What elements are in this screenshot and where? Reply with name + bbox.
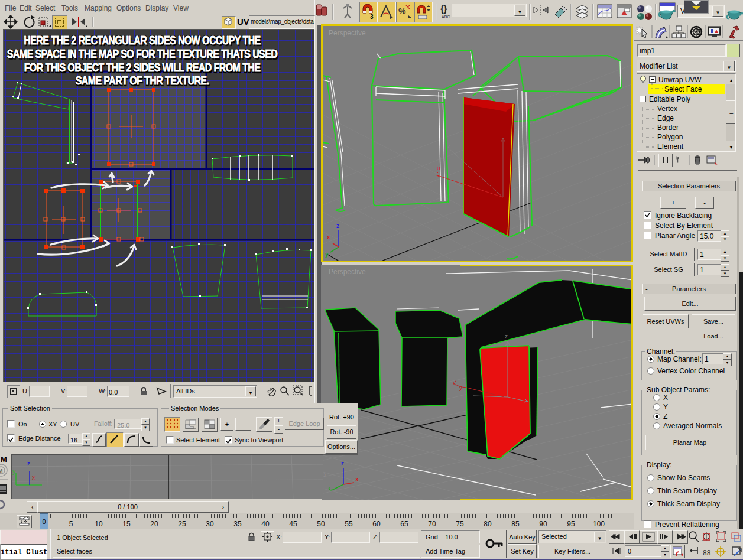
svg-text:45: 45 xyxy=(289,520,297,528)
svg-text:30: 30 xyxy=(206,520,214,528)
svg-text:z: z xyxy=(27,460,30,467)
svg-text:85: 85 xyxy=(511,520,520,528)
svg-text:25: 25 xyxy=(178,520,186,528)
svg-text:u: u xyxy=(437,165,440,171)
svg-text:65: 65 xyxy=(400,520,408,528)
svg-text:z: z xyxy=(505,333,508,340)
svg-text:75: 75 xyxy=(456,520,464,528)
svg-text:80: 80 xyxy=(484,520,492,528)
svg-text:90: 90 xyxy=(539,520,547,528)
svg-text:z: z xyxy=(336,223,339,229)
svg-text:y: y xyxy=(459,385,462,391)
svg-text:{}: {} xyxy=(440,4,447,14)
svg-text:x: x xyxy=(32,474,35,481)
svg-text:3: 3 xyxy=(370,14,374,20)
svg-text:%: % xyxy=(398,6,406,16)
svg-text:100: 100 xyxy=(593,520,605,528)
svg-text:20: 20 xyxy=(150,520,158,528)
svg-text:M: M xyxy=(0,468,3,474)
svg-text:70: 70 xyxy=(428,520,436,528)
svg-text:5: 5 xyxy=(69,520,73,528)
svg-text:88: 88 xyxy=(703,549,711,557)
svg-text:50: 50 xyxy=(317,520,325,528)
svg-text:z: z xyxy=(447,143,450,149)
svg-text:10: 10 xyxy=(95,520,103,528)
svg-text:35: 35 xyxy=(233,520,242,528)
svg-text:55: 55 xyxy=(345,520,353,528)
svg-text:15: 15 xyxy=(122,520,131,528)
svg-text:ABC: ABC xyxy=(442,15,450,19)
svg-text:y: y xyxy=(325,251,329,258)
svg-text:y: y xyxy=(12,468,15,475)
svg-text:Perspective: Perspective xyxy=(329,29,366,37)
svg-text:60: 60 xyxy=(372,520,381,528)
svg-text:40: 40 xyxy=(261,520,270,528)
svg-text:x: x xyxy=(327,234,330,240)
svg-text:Perspective: Perspective xyxy=(329,268,366,276)
svg-text:95: 95 xyxy=(567,520,575,528)
